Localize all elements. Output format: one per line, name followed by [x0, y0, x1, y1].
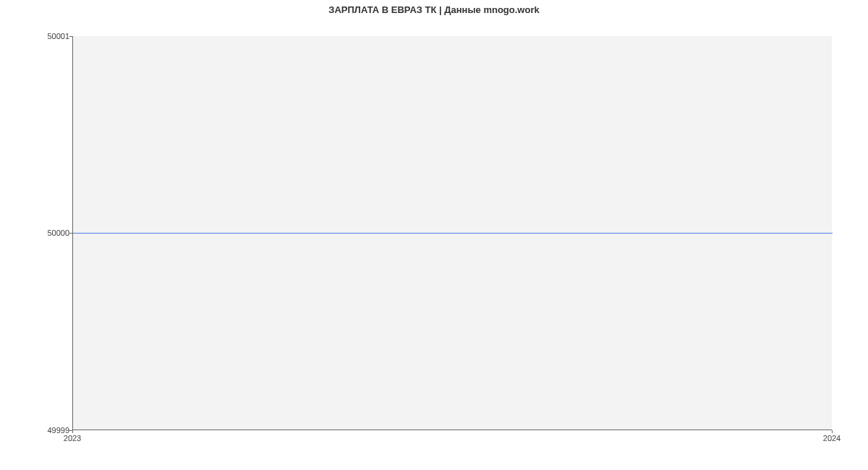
chart-title: ЗАРПЛАТА В ЕВРАЗ ТК | Данные mnogo.work: [0, 4, 868, 15]
x-tick-label: 2024: [823, 434, 841, 443]
chart-container: ЗАРПЛАТА В ЕВРАЗ ТК | Данные mnogo.work …: [0, 0, 868, 470]
x-tick-mark: [832, 430, 833, 433]
x-tick-label: 2023: [64, 434, 81, 443]
plot-area: [72, 36, 832, 430]
y-tick-label: 50001: [47, 32, 69, 40]
data-line: [73, 233, 833, 234]
x-tick-mark: [72, 430, 73, 433]
y-tick-label: 50000: [47, 228, 69, 237]
